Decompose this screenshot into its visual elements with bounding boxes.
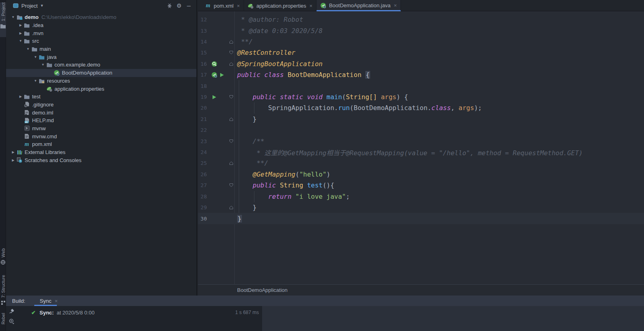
chevron-collapsed-icon[interactable]: ▶ xyxy=(18,31,24,35)
fold-marker-icon[interactable] xyxy=(228,205,234,210)
code-line-27[interactable]: 27 public String test(){ xyxy=(198,180,644,191)
build-toolbar xyxy=(8,308,15,325)
code-editor[interactable]: 12 * @author: Robot13 * @date 0:03 2020/… xyxy=(198,11,644,284)
code-line-25[interactable]: 25 **/ xyxy=(198,158,644,169)
tree-item-com.example.demo[interactable]: ▼com.example.demo xyxy=(6,61,196,69)
fold-marker-icon[interactable] xyxy=(228,161,234,165)
line-number: 12 xyxy=(198,17,210,23)
fold-marker-icon[interactable] xyxy=(228,117,234,121)
chevron-expanded-icon[interactable]: ▼ xyxy=(40,63,46,67)
close-icon[interactable]: × xyxy=(394,2,397,8)
chevron-expanded-icon[interactable]: ▼ xyxy=(10,15,16,19)
folder-icon xyxy=(24,22,30,29)
minimize-icon[interactable]: ─ xyxy=(185,3,192,8)
build-output-pane: ✔ Sync: at 2020/5/8 0:00 1 s 687 ms xyxy=(6,306,262,331)
chevron-collapsed-icon[interactable]: ▶ xyxy=(18,23,24,27)
tree-item-main[interactable]: ▼main xyxy=(6,45,196,53)
stripe-button-structure[interactable]: 7: Structure xyxy=(0,275,6,313)
tree-item-src[interactable]: ▼src xyxy=(6,37,196,45)
build-panel-content: ✔ Sync: at 2020/5/8 0:00 1 s 687 ms xyxy=(6,306,644,331)
code-line-12[interactable]: 12 * @author: Robot xyxy=(198,14,644,25)
code-line-18[interactable]: 18 xyxy=(198,80,644,91)
code-line-15[interactable]: 15@RestController xyxy=(198,47,644,58)
fold-marker-icon[interactable] xyxy=(228,62,234,66)
chevron-expanded-icon[interactable]: ▼ xyxy=(18,39,24,43)
stripe-button-rebel[interactable]: Rebel xyxy=(0,313,6,331)
chevron-collapsed-icon[interactable]: ▶ xyxy=(18,95,24,98)
tree-item-external-libraries[interactable]: ▶External Libraries xyxy=(6,148,196,156)
fold-marker-icon[interactable] xyxy=(228,40,234,44)
run-icon[interactable] xyxy=(211,94,217,100)
chevron-collapsed-icon[interactable]: ▶ xyxy=(10,158,16,162)
fold-marker-icon[interactable] xyxy=(228,50,234,55)
chevron-expanded-icon[interactable]: ▼ xyxy=(33,79,39,83)
code-line-28[interactable]: 28 return "i love java"; xyxy=(198,191,644,202)
tree-item-test[interactable]: ▶test xyxy=(6,93,196,101)
tab-pom.xml[interactable]: mpom.xml× xyxy=(201,0,244,11)
chevron-collapsed-icon[interactable]: ▶ xyxy=(10,150,16,154)
line-number: 14 xyxy=(198,39,210,45)
tab-application.properties[interactable]: application.properties× xyxy=(244,0,317,11)
tree-item-pom.xml[interactable]: mpom.xml xyxy=(6,140,196,148)
tree-item-mvnw.cmd[interactable]: mvnw.cmd xyxy=(6,132,196,140)
filter-icon[interactable] xyxy=(8,318,15,325)
gear-icon[interactable]: ⚙ xyxy=(175,3,183,8)
tree-item-application.properties[interactable]: application.properties xyxy=(6,85,196,93)
code-line-14[interactable]: 14 **/ xyxy=(198,36,644,47)
code-line-20[interactable]: 20 SpringApplication.run(BootDemoApplica… xyxy=(198,102,644,113)
pin-icon[interactable] xyxy=(8,308,15,314)
maven-icon: m xyxy=(24,141,30,148)
tree-item-.mvn[interactable]: ▶.mvn xyxy=(6,29,196,37)
tree-item-resources[interactable]: ▼resources xyxy=(6,77,196,85)
tree-item-path: C:\Users\ekko\Downloads\demo xyxy=(42,14,117,20)
spring-config-icon xyxy=(248,2,254,9)
breadcrumb-item[interactable]: BootDemoApplication xyxy=(237,287,288,293)
code-line-23[interactable]: 23 /** xyxy=(198,135,644,146)
run-icon[interactable] xyxy=(219,72,225,78)
code-line-29[interactable]: 29 } xyxy=(198,202,644,213)
fold-marker-icon[interactable] xyxy=(228,183,234,187)
tool-window-stripe: 1: ProjectWeb7: StructureRebel xyxy=(0,0,6,331)
chevron-expanded-icon[interactable]: ▼ xyxy=(25,47,31,51)
code-line-26[interactable]: 26 @GetMapping("hello") xyxy=(198,169,644,180)
tree-item-mvnw[interactable]: mvnw xyxy=(6,125,196,133)
build-tab-sync[interactable]: Sync xyxy=(34,296,57,306)
tab-bootdemoapplication.java[interactable]: BootDemoApplication.java× xyxy=(317,0,401,11)
code-line-22[interactable]: 22 xyxy=(198,125,644,135)
editor-area: mpom.xml×application.properties×BootDemo… xyxy=(198,0,644,296)
tree-item-.gitignore[interactable]: .gitignore xyxy=(6,101,196,109)
line-number: 18 xyxy=(198,83,210,89)
leaf-search-icon[interactable] xyxy=(211,60,217,67)
tree-item-bootdemoapplication[interactable]: BootDemoApplication xyxy=(6,69,196,77)
chevron-down-icon[interactable]: ▼ xyxy=(40,4,44,8)
code-line-13[interactable]: 13 * @date 0:03 2020/5/8 xyxy=(198,25,644,36)
tree-item-scratches-and-consoles[interactable]: ▶Scratches and Consoles xyxy=(6,156,196,164)
fold-marker-icon[interactable] xyxy=(228,95,234,99)
code-line-21[interactable]: 21 } xyxy=(198,114,644,125)
code-line-24[interactable]: 24 * 这里的@GetMapping相当于@RequestMapping(va… xyxy=(198,147,644,158)
code-line-30[interactable]: 30} xyxy=(198,213,644,224)
code-line-17[interactable]: 17public class BootDemoApplication { xyxy=(198,69,644,80)
close-icon[interactable]: × xyxy=(309,3,313,9)
tree-item-java[interactable]: ▼java xyxy=(6,53,196,61)
stripe-button-project[interactable]: 1: Project xyxy=(0,2,6,37)
tree-item-demo[interactable]: ▼demoC:\Users\ekko\Downloads\demo xyxy=(6,13,196,21)
spring-config-icon xyxy=(46,85,52,92)
tree-item-demo.iml[interactable]: demo.iml xyxy=(6,108,196,117)
close-icon[interactable]: × xyxy=(237,3,240,9)
tree-item-help.md[interactable]: MDHELP.md xyxy=(6,117,196,125)
tree-item-.idea[interactable]: ▶.idea xyxy=(6,21,196,29)
chevron-expanded-icon[interactable]: ▼ xyxy=(33,55,39,59)
code-line-19[interactable]: 19 public static void main(String[] args… xyxy=(198,92,644,102)
stripe-button-web[interactable]: Web xyxy=(0,248,6,269)
code-line-16[interactable]: 16@SpringBootApplication xyxy=(198,58,644,69)
collapse-all-icon[interactable] xyxy=(166,3,173,8)
folder-java-icon xyxy=(39,54,45,60)
sync-status-row[interactable]: ✔ Sync: at 2020/5/8 0:00 1 s 687 ms xyxy=(30,308,259,316)
tree-item-label: src xyxy=(32,38,39,44)
fold-marker-icon[interactable] xyxy=(228,139,234,144)
stripe-label-rebel: Rebel xyxy=(1,313,6,325)
springboot-icon[interactable] xyxy=(211,72,217,78)
tree-item-label: .mvn xyxy=(32,30,44,36)
tab-label: pom.xml xyxy=(214,3,233,9)
